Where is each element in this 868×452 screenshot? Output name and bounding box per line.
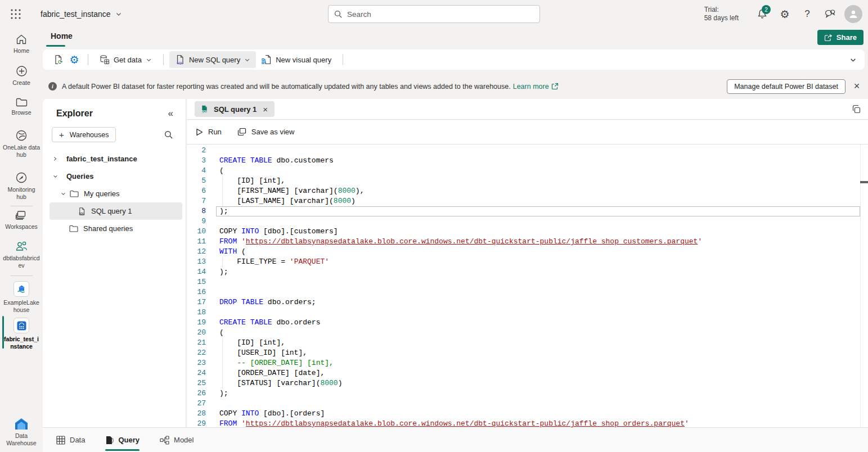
code-line[interactable]: 9 <box>187 216 868 227</box>
code-line[interactable]: 8); <box>187 206 868 216</box>
code-line[interactable]: 26); <box>187 388 868 399</box>
rail-item-examplelakehouse[interactable]: ExampleLakehouse <box>0 281 43 314</box>
manage-dataset-button[interactable]: Manage default Power BI dataset <box>727 79 845 94</box>
code-line[interactable]: 24 [ORDER_DATE] [date], <box>187 368 868 378</box>
tab-title: SQL query 1 <box>214 105 257 114</box>
monitoring-icon <box>15 171 28 184</box>
code-line[interactable]: 7 [LAST_NAME] [varchar](8000) <box>187 196 868 206</box>
refresh-button[interactable]: ⟳ <box>51 52 66 67</box>
tree-item-warehouse-root[interactable]: fabric_test_instance <box>43 150 186 168</box>
plus-circle-icon <box>16 65 28 77</box>
line-content: COPY INTO [dbo].[orders] <box>206 409 325 419</box>
line-number: 5 <box>187 176 206 186</box>
line-content: [ID] [int], <box>206 176 285 186</box>
new-warehouse-button[interactable]: + Warehouses <box>52 127 116 142</box>
view-tab-model[interactable]: Model <box>160 428 194 452</box>
tab-home[interactable]: Home <box>47 30 76 45</box>
view-tab-query[interactable]: Query <box>105 428 140 452</box>
code-line[interactable]: 27 <box>187 399 868 409</box>
rail-item-home[interactable]: Home <box>0 34 43 55</box>
rail-item-data-warehouse[interactable]: Data Warehouse <box>0 418 43 447</box>
line-content: DROP TABLE dbo.orders; <box>206 297 316 308</box>
account-avatar[interactable] <box>844 5 862 23</box>
line-content: ( <box>206 328 224 338</box>
tree-item-my-queries[interactable]: My queries <box>43 185 186 202</box>
code-line[interactable]: 18 <box>187 308 868 318</box>
code-line[interactable]: 11FROM 'https://dbtlabsynapsedatalake.bl… <box>187 237 868 247</box>
line-content: CREATE TABLE dbo.orders <box>206 318 320 328</box>
code-line[interactable]: 25 [STATUS] [varchar](8000) <box>187 378 868 388</box>
settings-button[interactable]: ⚙ <box>773 3 796 25</box>
code-line[interactable]: 20( <box>187 328 868 338</box>
explorer-panel: Explorer « + Warehouses fabric_test_inst… <box>43 99 186 427</box>
code-line[interactable]: 13 FILE_TYPE = 'PARQUET' <box>187 257 868 267</box>
save-as-view-button[interactable]: Save as view <box>237 128 295 136</box>
code-line[interactable]: 12WITH ( <box>187 247 868 257</box>
new-visual-query-button[interactable]: New visual query <box>256 51 337 68</box>
tree-item-shared-queries[interactable]: Shared queries <box>43 220 186 237</box>
code-line[interactable]: 2 <box>187 146 868 156</box>
banner-close-icon[interactable]: × <box>850 80 863 92</box>
help-icon: ? <box>804 8 809 20</box>
code-line[interactable]: 10COPY INTO [dbo].[customers] <box>187 227 868 237</box>
code-line[interactable]: 5 [ID] [int], <box>187 176 868 186</box>
feedback-button[interactable] <box>818 3 841 25</box>
workspace-switcher[interactable]: fabric_test_instance <box>41 10 122 19</box>
code-line[interactable]: 14); <box>187 267 868 277</box>
notifications-button[interactable]: 2 <box>751 3 773 25</box>
line-number: 17 <box>187 297 206 308</box>
learn-more-link[interactable]: Learn more <box>513 83 549 91</box>
search-input[interactable] <box>347 10 534 19</box>
line-number: 27 <box>187 399 206 409</box>
code-area[interactable]: 23CREATE TABLE dbo.customers4(5 [ID] [in… <box>187 144 868 427</box>
folder-icon <box>70 190 79 197</box>
code-line[interactable]: 22 [USER_ID] [int], <box>187 348 868 358</box>
editor-tab-sql-query-1[interactable]: SQL SQL query 1 × <box>195 101 275 117</box>
view-tab-data[interactable]: Data <box>56 428 85 452</box>
tree-item-sql-query-1[interactable]: SQL SQL query 1 <box>50 202 182 220</box>
code-line[interactable]: 19CREATE TABLE dbo.orders <box>187 318 868 328</box>
code-line[interactable]: 6 [FIRST_NAME] [varchar](8000), <box>187 186 868 196</box>
rail-item-monitoring-hub[interactable]: Monitoring hub <box>0 171 43 201</box>
sql-file-icon: SQL <box>175 55 185 65</box>
code-line[interactable]: 23 -- [ORDER_DATE] [int], <box>187 358 868 368</box>
code-line[interactable]: 29FROM 'https://dbtlabsynapsedatalake.bl… <box>187 419 868 427</box>
code-line[interactable]: 21 [ID] [int], <box>187 338 868 348</box>
run-button[interactable]: Run <box>196 128 222 136</box>
data-grid-icon <box>56 436 65 445</box>
new-sql-query-button[interactable]: SQL New SQL query <box>169 51 256 68</box>
ribbon-collapse-button[interactable] <box>849 56 857 64</box>
share-button[interactable]: Share <box>817 30 863 45</box>
chevron-down-icon <box>146 57 152 63</box>
rail-item-create[interactable]: Create <box>0 65 43 87</box>
global-search[interactable] <box>328 5 540 23</box>
get-data-button[interactable]: Get data <box>94 51 158 68</box>
tab-close-icon[interactable]: × <box>262 105 269 114</box>
fabric-app: fabric_test_instance Trial: 58 days left… <box>0 0 868 452</box>
app-launcher-waffle-icon[interactable] <box>3 0 28 28</box>
code-line[interactable]: 3CREATE TABLE dbo.customers <box>187 156 868 166</box>
code-line[interactable]: 4( <box>187 166 868 176</box>
rail-item-workspaces[interactable]: Workspaces <box>0 210 43 230</box>
rail-item-fabric-test-instance[interactable]: fabric_test_instance <box>0 318 43 350</box>
editor-tab-bar: SQL SQL query 1 × <box>187 99 868 120</box>
collapse-panel-icon[interactable]: « <box>168 108 173 119</box>
editor-scrollbar[interactable] <box>860 144 868 427</box>
trial-status: Trial: 58 days left <box>704 6 739 22</box>
explorer-search-icon[interactable] <box>164 130 173 139</box>
rail-item-onelake-data-hub[interactable]: OneLake data hub <box>0 129 43 159</box>
code-line[interactable]: 16 <box>187 287 868 297</box>
line-number: 16 <box>187 287 206 297</box>
code-line[interactable]: 15 <box>187 277 868 287</box>
code-line[interactable]: 17DROP TABLE dbo.orders; <box>187 297 868 308</box>
source-settings-button[interactable]: ⚙ <box>66 52 82 67</box>
line-number: 25 <box>187 378 206 388</box>
home-icon <box>15 34 28 45</box>
line-number: 18 <box>187 308 206 318</box>
rail-item-browse[interactable]: Browse <box>0 97 43 116</box>
code-line[interactable]: 28COPY INTO [dbo].[orders] <box>187 409 868 419</box>
help-button[interactable]: ? <box>796 3 818 25</box>
tree-item-queries[interactable]: Queries <box>43 168 186 185</box>
rail-item-workspace-dbtlabsfabricdev[interactable]: dbtlabsfabricdev <box>0 241 43 269</box>
copy-icon[interactable] <box>852 105 861 114</box>
